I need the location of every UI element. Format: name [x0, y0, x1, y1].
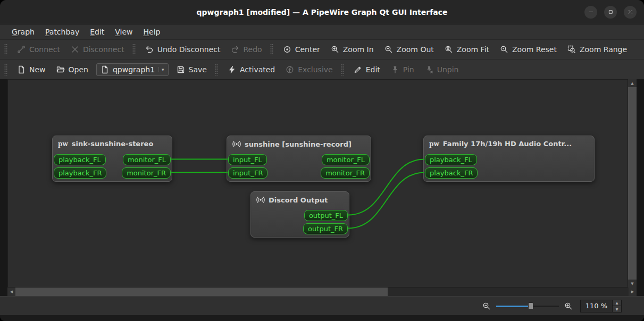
node-family-hd-audio[interactable]: pwFamily 17h/19h HD Audio Contr...playba…: [423, 136, 595, 182]
toolbar-handle[interactable]: [4, 64, 7, 75]
close-button[interactable]: [624, 6, 637, 19]
port-playback_FL[interactable]: playback_FL: [425, 154, 477, 165]
toolbar-handle[interactable]: [215, 64, 218, 75]
zoom-slider[interactable]: [496, 302, 559, 310]
zoom-reset-button[interactable]: Zoom Reset: [495, 43, 562, 56]
menu-patchbay[interactable]: Patchbay: [40, 24, 85, 39]
menu-view[interactable]: View: [110, 24, 138, 39]
toolbar-button-label: Unpin: [437, 65, 459, 74]
node-title: sunshine [sunshine-record]: [245, 140, 352, 148]
activated-button[interactable]: Activated: [223, 63, 280, 77]
toolbar-button-label: Zoom Out: [397, 45, 434, 54]
content-area: pwsink-sunshine-stereoplayback_FLplaybac…: [0, 79, 644, 296]
minimize-icon: [588, 9, 594, 15]
node-sunshine[interactable]: sunshine [sunshine-record]input_FLinput_…: [227, 136, 371, 182]
zoom-in-icon: [331, 45, 339, 54]
file-icon: [101, 65, 109, 74]
port-playback_FR[interactable]: playback_FR: [54, 167, 106, 179]
zoom-spinbox[interactable]: 110 % ▲ ▼: [580, 300, 622, 312]
toolbar-button-label: Disconnect: [83, 45, 124, 54]
unpin-button[interactable]: Unpin: [420, 63, 464, 77]
toolbar-patchbay: NewOpenqpwgraph1▾SaveActivatedExclusiveE…: [0, 59, 644, 79]
node-sink-sunshine-stereo[interactable]: pwsink-sunshine-stereoplayback_FLplaybac…: [52, 136, 172, 182]
zoom-in-icon[interactable]: [564, 302, 573, 310]
port-monitor_FR[interactable]: monitor_FR: [122, 167, 171, 179]
undo-disconnect-button[interactable]: Undo Disconnect: [140, 43, 225, 56]
zoom-out-button[interactable]: Zoom Out: [380, 43, 439, 56]
pipewire-icon: pw: [429, 140, 439, 148]
port-output_FR[interactable]: output_FR: [303, 223, 348, 234]
horizontal-scrollbar-thumb[interactable]: [15, 288, 388, 296]
stream-icon: [256, 196, 265, 204]
connect-icon: [17, 45, 26, 54]
disconnect-button[interactable]: Disconnect: [66, 43, 129, 56]
center-button[interactable]: Center: [278, 43, 325, 56]
edit-button[interactable]: Edit: [349, 63, 385, 77]
scroll-up-arrow-icon[interactable]: ▲: [628, 79, 637, 87]
exclusive-button[interactable]: Exclusive: [281, 63, 337, 77]
new-button[interactable]: New: [12, 63, 51, 77]
zoom-out-icon[interactable]: [482, 302, 491, 310]
port-playback_FL[interactable]: playback_FL: [54, 154, 106, 165]
maximize-button[interactable]: [604, 6, 617, 19]
port-monitor_FL[interactable]: monitor_FL: [322, 154, 370, 165]
port-playback_FR[interactable]: playback_FR: [425, 167, 478, 179]
toolbar-button-label: Open: [69, 65, 88, 74]
toolbar-button-label: New: [29, 65, 46, 74]
port-input_FL[interactable]: input_FL: [228, 154, 267, 165]
scroll-left-arrow-icon[interactable]: ◀: [7, 288, 15, 296]
spin-up-button[interactable]: ▲: [613, 300, 621, 306]
graph-canvas[interactable]: pwsink-sunshine-stereoplayback_FLplaybac…: [7, 79, 628, 288]
slider-fill: [496, 306, 531, 307]
open-button[interactable]: Open: [52, 63, 93, 77]
horizontal-scrollbar[interactable]: ◀ ▶: [7, 288, 637, 296]
toolbar-button-label: Undo Disconnect: [157, 45, 221, 54]
save-icon: [177, 65, 185, 74]
menu-help[interactable]: Help: [138, 24, 166, 39]
pin-icon: [391, 65, 399, 74]
toolbar-button-label: Pin: [403, 65, 414, 74]
menu-edit[interactable]: Edit: [85, 24, 110, 39]
window-title: qpwgraph1 [modified] — A PipeWire Graph …: [197, 8, 448, 16]
port-monitor_FL[interactable]: monitor_FL: [123, 154, 171, 165]
toolbar-button-label: Zoom Fit: [457, 45, 489, 54]
node-title: sink-sunshine-stereo: [72, 140, 154, 148]
patchbay-file-combo[interactable]: qpwgraph1▾: [96, 63, 169, 76]
titlebar[interactable]: qpwgraph1 [modified] — A PipeWire Graph …: [0, 0, 644, 24]
zoom-fit-button[interactable]: Zoom Fit: [440, 43, 494, 56]
port-input_FR[interactable]: input_FR: [228, 167, 267, 179]
scroll-down-arrow-icon[interactable]: ▼: [628, 280, 637, 288]
zoom-in-button[interactable]: Zoom In: [326, 43, 379, 56]
zoom-value: 110 %: [581, 300, 612, 312]
open-folder-icon: [56, 65, 65, 74]
scroll-right-arrow-icon[interactable]: ▶: [629, 288, 637, 296]
save-button[interactable]: Save: [172, 63, 212, 77]
toolbar-handle[interactable]: [270, 44, 273, 55]
node-header: pwsink-sunshine-stereo: [53, 136, 172, 148]
toolbar-button-label: Exclusive: [298, 65, 332, 74]
port-monitor_FR[interactable]: monitor_FR: [321, 167, 370, 179]
toolbar-graph: ConnectDisconnectUndo DisconnectRedoCent…: [0, 39, 644, 59]
zoom-range-button[interactable]: Zoom Range: [563, 43, 632, 56]
port-output_FL[interactable]: output_FL: [304, 210, 348, 221]
vertical-scrollbar[interactable]: ▲ ▼: [628, 79, 637, 288]
minimize-button[interactable]: [584, 6, 597, 19]
toolbar-handle[interactable]: [341, 64, 344, 75]
horizontal-scrollbar-track[interactable]: [388, 288, 629, 296]
redo-button[interactable]: Redo: [226, 43, 266, 56]
node-header: pwFamily 17h/19h HD Audio Contr...: [424, 136, 594, 148]
node-discord-output[interactable]: Discord Outputoutput_FLoutput_FR: [250, 191, 349, 238]
pin-button[interactable]: Pin: [386, 63, 419, 77]
pencil-icon: [354, 65, 362, 74]
zoom-reset-icon: [500, 45, 508, 54]
vertical-scrollbar-thumb[interactable]: [628, 87, 637, 280]
menu-graph[interactable]: Graph: [6, 24, 40, 39]
chevron-down-icon: ▾: [158, 67, 164, 72]
toolbar-handle[interactable]: [4, 44, 7, 55]
slider-handle[interactable]: [528, 302, 533, 310]
lightning-icon: [228, 65, 236, 74]
spin-down-button[interactable]: ▼: [613, 306, 621, 312]
zoom-fit-icon: [445, 45, 453, 54]
connect-button[interactable]: Connect: [12, 43, 65, 56]
toolbar-handle[interactable]: [132, 44, 136, 55]
